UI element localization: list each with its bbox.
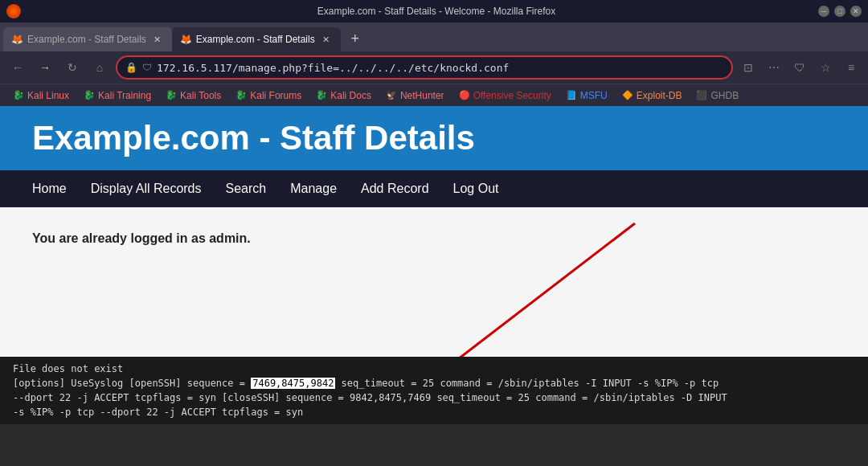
exploit-db-icon: 🔶 xyxy=(622,90,633,100)
menu-button[interactable]: ≡ xyxy=(841,57,862,78)
close-button[interactable]: ✕ xyxy=(850,6,862,17)
window-controls: ─ □ ✕ xyxy=(818,6,862,17)
nav-manage[interactable]: Manage xyxy=(290,182,337,196)
kali-tools-icon: 🐉 xyxy=(166,90,177,100)
status-line-2: [options] UseSyslog [openSSH] sequence =… xyxy=(13,376,855,390)
kali-docs-icon: 🐉 xyxy=(316,90,327,100)
tab-1-label: Example.com - Staff Details xyxy=(27,34,146,45)
bookmark-kali-linux-label: Kali Linux xyxy=(27,90,69,101)
status-line-3: --dport 22 -j ACCEPT tcpflags = syn [clo… xyxy=(13,390,855,405)
nav-display-all[interactable]: Display All Records xyxy=(91,182,202,196)
bookmark-kali-forums[interactable]: 🐉 Kali Forums xyxy=(229,88,308,103)
status-line-1: File does not exist xyxy=(13,362,855,376)
bookmark-exploit-db[interactable]: 🔶 Exploit-DB xyxy=(616,88,689,103)
bookmark-kali-training[interactable]: 🐉 Kali Training xyxy=(77,88,158,103)
tab-2[interactable]: 🦊 Example.com - Staff Details ✕ xyxy=(172,27,341,51)
bookmark-kali-docs[interactable]: 🐉 Kali Docs xyxy=(309,88,378,103)
tab-1-favicon: 🦊 xyxy=(11,34,23,45)
tab-2-close[interactable]: ✕ xyxy=(320,33,333,46)
bookmark-offensive-security-label: Offensive Security xyxy=(473,90,551,101)
new-tab-button[interactable]: + xyxy=(344,27,366,50)
bookmark-kali-forums-label: Kali Forums xyxy=(250,90,301,101)
page-content-area: You are already logged in as admin. xyxy=(0,207,868,304)
page-header: Example.com - Staff Details xyxy=(0,106,868,170)
nav-log-out[interactable]: Log Out xyxy=(453,182,499,196)
nav-bar: ← → ↻ ⌂ 🔒 🛡 172.16.5.117/manage.php?file… xyxy=(0,51,868,84)
bookmark-ghdb-label: GHDB xyxy=(710,90,739,101)
offensive-security-icon: 🔴 xyxy=(459,90,470,100)
forward-button[interactable]: → xyxy=(34,56,56,79)
bookmarks-bar: 🐉 Kali Linux 🐉 Kali Training 🐉 Kali Tool… xyxy=(0,84,868,106)
status-bar: File does not exist [options] UseSyslog … xyxy=(0,357,868,424)
bookmark-msfu[interactable]: 📘 MSFU xyxy=(559,88,614,103)
more-button[interactable]: ⋯ xyxy=(764,57,784,78)
page-title: Example.com - Staff Details xyxy=(32,119,475,157)
tab-2-favicon: 🦊 xyxy=(180,34,191,45)
nav-right-icons: ⊡ ⋯ 🛡 ☆ ≡ xyxy=(738,57,862,78)
tab-2-label: Example.com - Staff Details xyxy=(196,34,315,45)
page-nav: Home Display All Records Search Manage A… xyxy=(0,170,868,207)
bookmark-nethunter-label: NetHunter xyxy=(400,90,444,101)
tab-1[interactable]: 🦊 Example.com - Staff Details ✕ xyxy=(3,27,172,51)
lock-icon: 🔒 xyxy=(125,62,137,73)
bookmark-offensive-security[interactable]: 🔴 Offensive Security xyxy=(452,88,558,103)
reload-button[interactable]: ↻ xyxy=(61,56,84,79)
ghdb-icon: ⬛ xyxy=(696,90,707,100)
msfu-icon: 📘 xyxy=(566,90,577,100)
bookmark-kali-docs-label: Kali Docs xyxy=(330,90,371,101)
nav-home[interactable]: Home xyxy=(32,182,67,196)
shield-button[interactable]: 🛡 xyxy=(789,57,810,78)
bookmark-kali-training-label: Kali Training xyxy=(98,90,151,101)
status-line-2-suffix: seq_timeout = 25 command = /sbin/iptable… xyxy=(335,378,719,389)
home-button[interactable]: ⌂ xyxy=(88,56,111,79)
status-line-4: -s %IP% -p tcp --dport 22 -j ACCEPT tcpf… xyxy=(13,405,855,419)
status-line-2-prefix: [options] UseSyslog [openSSH] sequence = xyxy=(13,378,251,389)
firefox-logo xyxy=(6,4,21,18)
nav-search[interactable]: Search xyxy=(226,182,267,196)
nethunter-icon: 🦅 xyxy=(386,90,397,100)
address-text[interactable]: 172.16.5.117/manage.php?file=../../../..… xyxy=(157,62,723,74)
bookmark-msfu-label: MSFU xyxy=(580,90,608,101)
bookmark-button[interactable]: ☆ xyxy=(815,57,836,78)
logged-in-message: You are already logged in as admin. xyxy=(32,231,836,246)
bookmark-nethunter[interactable]: 🦅 NetHunter xyxy=(379,88,451,103)
nav-add-record[interactable]: Add Record xyxy=(361,182,429,196)
kali-training-icon: 🐉 xyxy=(84,90,95,100)
minimize-button[interactable]: ─ xyxy=(818,6,829,17)
tab-bar: 🦊 Example.com - Staff Details ✕ 🦊 Exampl… xyxy=(0,22,868,51)
bookmark-kali-tools[interactable]: 🐉 Kali Tools xyxy=(159,88,227,103)
reader-view-button[interactable]: ⊡ xyxy=(738,57,759,78)
bookmark-ghdb[interactable]: ⬛ GHDB xyxy=(690,88,745,103)
title-bar: Example.com - Staff Details - Welcome - … xyxy=(0,0,868,22)
kali-forums-icon: 🐉 xyxy=(235,90,247,100)
back-button[interactable]: ← xyxy=(6,56,29,79)
status-highlight: 7469,8475,9842 xyxy=(251,378,335,389)
bookmark-exploit-db-label: Exploit-DB xyxy=(637,90,682,101)
bookmark-kali-tools-label: Kali Tools xyxy=(180,90,221,101)
browser-content: Example.com - Staff Details Home Display… xyxy=(0,106,868,424)
shield-icon: 🛡 xyxy=(142,62,152,73)
tab-1-close[interactable]: ✕ xyxy=(151,33,164,46)
window-title: Example.com - Staff Details - Welcome - … xyxy=(55,6,818,17)
address-bar[interactable]: 🔒 🛡 172.16.5.117/manage.php?file=../../.… xyxy=(116,55,733,80)
kali-linux-icon: 🐉 xyxy=(13,90,24,100)
bookmark-kali-linux[interactable]: 🐉 Kali Linux xyxy=(6,88,76,103)
maximize-button[interactable]: □ xyxy=(834,6,845,17)
